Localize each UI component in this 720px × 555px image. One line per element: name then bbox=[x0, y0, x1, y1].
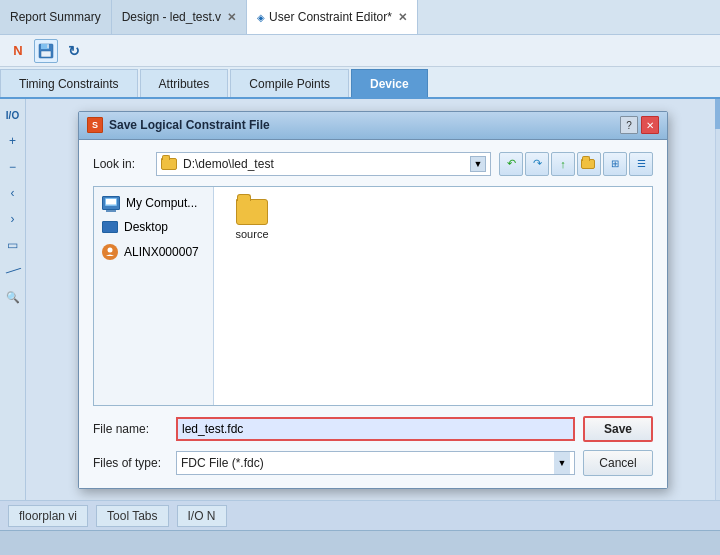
svg-point-6 bbox=[108, 247, 113, 252]
floorplan-tab[interactable]: floorplan vi bbox=[8, 505, 88, 527]
sidebar-rect-btn[interactable]: ▭ bbox=[3, 235, 23, 255]
source-folder-label: source bbox=[235, 228, 268, 240]
floorplan-label: floorplan vi bbox=[19, 509, 77, 523]
alinx-label: ALINX000007 bbox=[124, 245, 199, 259]
titlebar-buttons: ? ✕ bbox=[620, 116, 659, 134]
dialog-title-icon: S bbox=[87, 117, 103, 133]
tool-tabs-tab[interactable]: Tool Tabs bbox=[96, 505, 168, 527]
svg-rect-3 bbox=[47, 44, 49, 48]
report-summary-label: Report Summary bbox=[10, 10, 101, 24]
subtab-bar: Timing Constraints Attributes Compile Po… bbox=[0, 67, 720, 99]
cancel-button[interactable]: Cancel bbox=[583, 450, 653, 476]
filename-label: File name: bbox=[93, 422, 168, 436]
save-button[interactable] bbox=[34, 39, 58, 63]
toolbar: N ↻ bbox=[0, 35, 720, 67]
dialog-help-button[interactable]: ? bbox=[620, 116, 638, 134]
io-tab[interactable]: I/O N bbox=[177, 505, 227, 527]
refresh-button[interactable]: ↻ bbox=[62, 39, 86, 63]
person-icon bbox=[105, 247, 115, 257]
compile-label: Compile Points bbox=[249, 77, 330, 91]
constraint-icon: ◈ bbox=[257, 12, 265, 23]
nav-folder-btn[interactable] bbox=[577, 152, 601, 176]
dialog-body: Look in: D:\demo\led_test ▼ ↶ ↷ ↑ bbox=[79, 140, 667, 488]
nav-desktop[interactable]: Desktop bbox=[94, 215, 213, 239]
save-button[interactable]: Save bbox=[583, 416, 653, 442]
computer-icon bbox=[102, 196, 120, 210]
tab-user-constraint[interactable]: ◈ User Constraint Editor* ✕ bbox=[247, 0, 418, 34]
nav-alinx[interactable]: ALINX000007 bbox=[94, 239, 213, 265]
status-bar bbox=[0, 530, 720, 555]
lookin-label: Look in: bbox=[93, 157, 148, 171]
nav-back-btn[interactable]: ↶ bbox=[499, 152, 523, 176]
sidebar-search-btn[interactable]: 🔍 bbox=[3, 287, 23, 307]
top-tab-bar: Report Summary Design - led_test.v ✕ ◈ U… bbox=[0, 0, 720, 35]
user-constraint-label: User Constraint Editor* bbox=[269, 10, 392, 24]
nav-list-btn[interactable]: ☰ bbox=[629, 152, 653, 176]
left-sidebar: I/O + − ‹ › ▭ ╱ 🔍 bbox=[0, 99, 26, 500]
desktop-label: Desktop bbox=[124, 220, 168, 234]
timing-label: Timing Constraints bbox=[19, 77, 119, 91]
sidebar-zoom-out-btn[interactable]: − bbox=[3, 157, 23, 177]
dialog-title: Save Logical Constraint File bbox=[109, 118, 620, 132]
device-label: Device bbox=[370, 77, 409, 91]
desktop-icon bbox=[102, 221, 118, 233]
main-area: I/O + − ‹ › ▭ ╱ 🔍 S Save Logical Constra… bbox=[0, 99, 720, 500]
lookin-combo[interactable]: D:\demo\led_test ▼ bbox=[156, 152, 491, 176]
subtab-device[interactable]: Device bbox=[351, 69, 428, 97]
lookin-path: D:\demo\led_test bbox=[183, 157, 466, 171]
nav-up-btn[interactable]: ↑ bbox=[551, 152, 575, 176]
tab-close-design[interactable]: ✕ bbox=[227, 11, 236, 24]
dialog-close-button[interactable]: ✕ bbox=[641, 116, 659, 134]
svg-rect-5 bbox=[106, 199, 116, 205]
user-icon bbox=[102, 244, 118, 260]
n-button[interactable]: N bbox=[6, 39, 30, 63]
sidebar-io-btn[interactable]: I/O bbox=[3, 105, 23, 125]
attributes-label: Attributes bbox=[159, 77, 210, 91]
design-led-label: Design - led_test.v bbox=[122, 10, 221, 24]
lookin-dropdown-arrow[interactable]: ▼ bbox=[470, 156, 486, 172]
dialog-titlebar: S Save Logical Constraint File ? ✕ bbox=[79, 112, 667, 140]
subtab-timing[interactable]: Timing Constraints bbox=[0, 69, 138, 97]
subtab-attributes[interactable]: Attributes bbox=[140, 69, 229, 97]
filename-input[interactable] bbox=[176, 417, 575, 441]
tab-design-led[interactable]: Design - led_test.v ✕ bbox=[112, 0, 247, 34]
filetype-dropdown-arrow[interactable]: ▼ bbox=[554, 452, 570, 474]
source-folder-icon bbox=[236, 199, 268, 225]
lookin-folder-icon bbox=[161, 158, 177, 170]
file-nav-panel: My Comput... Desktop bbox=[94, 187, 214, 405]
save-icon bbox=[38, 43, 54, 59]
svg-rect-2 bbox=[41, 51, 51, 57]
filename-row: File name: Save bbox=[93, 416, 653, 442]
nav-my-computer[interactable]: My Comput... bbox=[94, 191, 213, 215]
sidebar-zoom-in-btn[interactable]: + bbox=[3, 131, 23, 151]
subtab-compile[interactable]: Compile Points bbox=[230, 69, 349, 97]
file-browser: My Comput... Desktop bbox=[93, 186, 653, 406]
modal-overlay: S Save Logical Constraint File ? ✕ Look … bbox=[26, 99, 720, 500]
filetype-value: FDC File (*.fdc) bbox=[181, 456, 554, 470]
file-main-panel: source bbox=[214, 187, 652, 405]
tool-tabs-label: Tool Tabs bbox=[107, 509, 157, 523]
filetype-label: Files of type: bbox=[93, 456, 168, 470]
nav-forward-btn[interactable]: ↷ bbox=[525, 152, 549, 176]
nav-grid-btn[interactable]: ⊞ bbox=[603, 152, 627, 176]
filetype-row: Files of type: FDC File (*.fdc) ▼ Cancel bbox=[93, 450, 653, 476]
my-computer-label: My Comput... bbox=[126, 196, 197, 210]
nav-buttons: ↶ ↷ ↑ ⊞ ☰ bbox=[499, 152, 653, 176]
tab-report-summary[interactable]: Report Summary bbox=[0, 0, 112, 34]
lookin-row: Look in: D:\demo\led_test ▼ ↶ ↷ ↑ bbox=[93, 152, 653, 176]
save-dialog: S Save Logical Constraint File ? ✕ Look … bbox=[78, 111, 668, 489]
monitor-icon bbox=[105, 198, 117, 207]
bottom-bar: floorplan vi Tool Tabs I/O N bbox=[0, 500, 720, 530]
sidebar-left-btn[interactable]: ‹ bbox=[3, 183, 23, 203]
file-item-source[interactable]: source bbox=[222, 195, 282, 244]
io-label: I/O N bbox=[188, 509, 216, 523]
sidebar-right-btn[interactable]: › bbox=[3, 209, 23, 229]
tab-close-constraint[interactable]: ✕ bbox=[398, 11, 407, 24]
sidebar-line-btn[interactable]: ╱ bbox=[0, 257, 27, 285]
nav-folder-icon bbox=[581, 159, 595, 169]
filetype-combo[interactable]: FDC File (*.fdc) ▼ bbox=[176, 451, 575, 475]
content-pane: S Save Logical Constraint File ? ✕ Look … bbox=[26, 99, 720, 500]
